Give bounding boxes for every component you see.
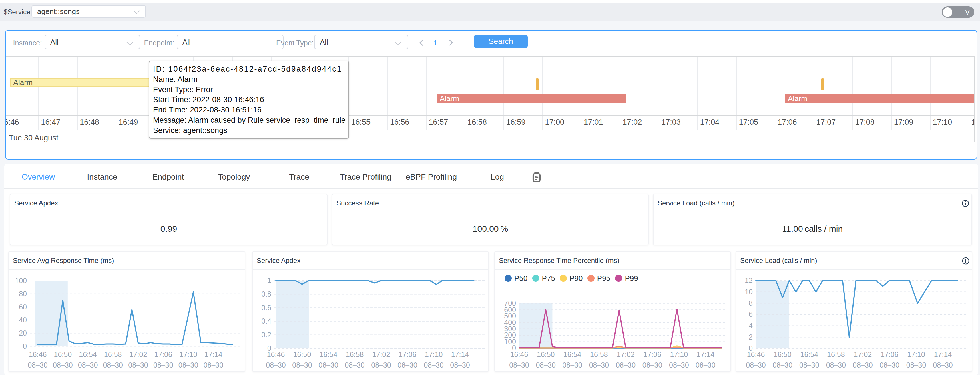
- svg-text:08–30: 08–30: [562, 361, 582, 369]
- svg-text:17:06: 17:06: [154, 350, 172, 358]
- svg-text:16:58: 16:58: [346, 350, 364, 358]
- svg-text:08–30: 08–30: [773, 361, 793, 369]
- svg-text:2: 2: [749, 333, 753, 341]
- svg-text:08–30: 08–30: [103, 361, 123, 369]
- svg-text:17:10: 17:10: [425, 350, 443, 358]
- svg-text:17:06: 17:06: [399, 350, 417, 358]
- svg-text:17:14: 17:14: [934, 350, 952, 358]
- svg-text:16:46: 16:46: [29, 350, 47, 358]
- svg-text:16:46: 16:46: [510, 350, 528, 358]
- svg-text:40: 40: [19, 316, 27, 324]
- svg-text:0.2: 0.2: [261, 331, 271, 339]
- svg-text:08–30: 08–30: [906, 361, 926, 369]
- svg-text:08–30: 08–30: [318, 361, 339, 369]
- svg-text:08–30: 08–30: [826, 361, 846, 369]
- svg-text:17:14: 17:14: [697, 350, 715, 358]
- svg-text:08–30: 08–30: [643, 361, 662, 369]
- svg-text:08–30: 08–30: [799, 361, 819, 369]
- svg-text:08–30: 08–30: [371, 361, 391, 369]
- svg-text:08–30: 08–30: [536, 361, 556, 369]
- svg-text:16:54: 16:54: [800, 350, 818, 358]
- svg-text:08–30: 08–30: [424, 361, 444, 369]
- svg-text:08–30: 08–30: [178, 361, 199, 369]
- svg-text:60: 60: [19, 303, 27, 311]
- svg-text:16:46: 16:46: [747, 350, 765, 358]
- svg-text:08–30: 08–30: [589, 361, 609, 369]
- svg-text:80: 80: [19, 290, 27, 297]
- svg-text:17:02: 17:02: [617, 350, 635, 358]
- svg-text:700: 700: [504, 299, 516, 307]
- svg-text:17:02: 17:02: [372, 350, 390, 358]
- svg-text:16:54: 16:54: [563, 350, 581, 358]
- svg-text:17:06: 17:06: [880, 350, 899, 358]
- svg-text:08–30: 08–30: [933, 361, 953, 369]
- svg-text:17:10: 17:10: [907, 350, 925, 358]
- svg-text:16:50: 16:50: [537, 350, 555, 358]
- svg-text:16:58: 16:58: [590, 350, 608, 358]
- svg-text:16:54: 16:54: [320, 350, 337, 358]
- svg-text:0.8: 0.8: [261, 290, 271, 298]
- svg-text:08–30: 08–30: [746, 361, 766, 369]
- svg-text:08–30: 08–30: [669, 361, 689, 369]
- svg-text:16:50: 16:50: [54, 350, 72, 358]
- svg-text:17:14: 17:14: [204, 350, 223, 358]
- svg-text:17:06: 17:06: [643, 350, 661, 358]
- svg-text:08–30: 08–30: [153, 361, 173, 369]
- svg-text:08–30: 08–30: [695, 361, 716, 369]
- svg-text:08–30: 08–30: [53, 361, 73, 369]
- svg-text:0: 0: [23, 342, 27, 350]
- svg-text:12: 12: [745, 276, 753, 284]
- svg-text:08–30: 08–30: [78, 361, 98, 369]
- svg-text:08–30: 08–30: [398, 361, 417, 369]
- svg-text:10: 10: [745, 288, 753, 296]
- svg-text:08–30: 08–30: [616, 361, 636, 369]
- svg-text:08–30: 08–30: [28, 361, 48, 369]
- svg-text:16:58: 16:58: [104, 350, 122, 358]
- svg-text:17:10: 17:10: [179, 350, 197, 358]
- svg-text:17:14: 17:14: [451, 350, 469, 358]
- svg-text:16:58: 16:58: [827, 350, 845, 358]
- svg-text:08–30: 08–30: [509, 361, 529, 369]
- svg-text:16:54: 16:54: [79, 350, 97, 358]
- svg-text:08–30: 08–30: [853, 361, 873, 369]
- svg-text:16:46: 16:46: [267, 350, 285, 358]
- svg-text:17:02: 17:02: [854, 350, 872, 358]
- svg-text:0.4: 0.4: [261, 317, 271, 325]
- svg-text:08–30: 08–30: [292, 361, 312, 369]
- svg-text:6: 6: [749, 310, 753, 318]
- svg-text:08–30: 08–30: [266, 361, 286, 369]
- svg-text:08–30: 08–30: [204, 361, 224, 369]
- svg-text:08–30: 08–30: [345, 361, 365, 369]
- svg-text:0.6: 0.6: [261, 304, 271, 312]
- svg-text:17:02: 17:02: [129, 350, 147, 358]
- svg-text:08–30: 08–30: [128, 361, 148, 369]
- svg-text:16:50: 16:50: [773, 350, 792, 358]
- svg-text:08–30: 08–30: [450, 361, 470, 369]
- svg-text:8: 8: [749, 299, 753, 307]
- svg-text:4: 4: [749, 322, 753, 330]
- svg-text:17:10: 17:10: [670, 350, 688, 358]
- svg-text:100: 100: [15, 277, 27, 285]
- svg-text:20: 20: [19, 329, 27, 337]
- svg-text:1: 1: [267, 276, 271, 284]
- svg-text:16:50: 16:50: [293, 350, 311, 358]
- svg-text:08–30: 08–30: [879, 361, 899, 369]
